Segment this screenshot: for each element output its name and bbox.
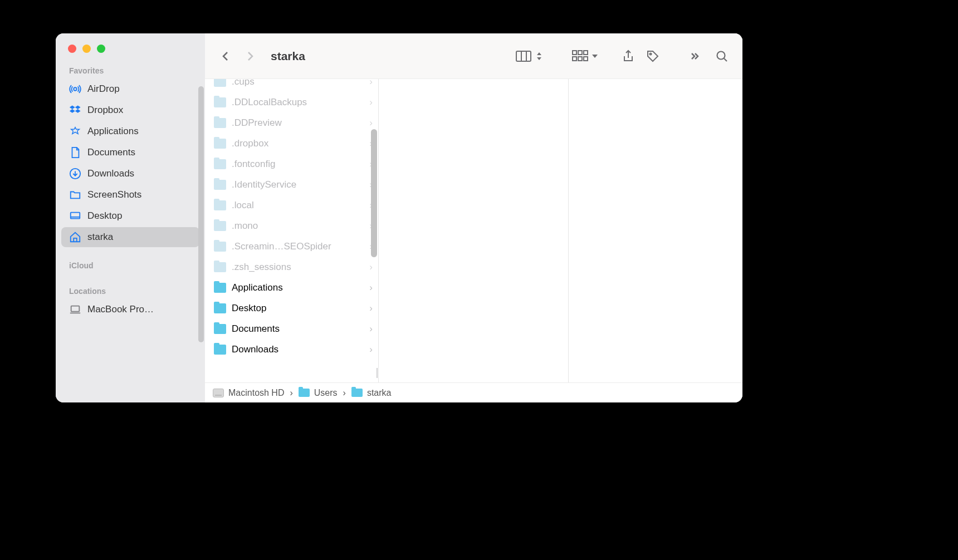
file-row[interactable]: .dropbox› bbox=[205, 133, 378, 154]
sidebar-section-favorites: Favorites bbox=[56, 66, 205, 75]
path-bar: Macintosh HD › Users › starka bbox=[205, 382, 742, 402]
laptop-icon bbox=[69, 303, 81, 316]
folder-icon bbox=[214, 139, 226, 149]
file-name: .Screamin…SEOSpider bbox=[232, 241, 364, 252]
svg-rect-2 bbox=[71, 213, 80, 219]
close-window-button[interactable] bbox=[68, 45, 76, 53]
sidebar-item-airdrop[interactable]: AirDrop bbox=[61, 79, 199, 99]
chevron-right-icon: › bbox=[369, 79, 373, 87]
finder-window: Favorites AirDrop Dropbox Applications D… bbox=[56, 33, 742, 402]
file-row[interactable]: Applications› bbox=[205, 277, 378, 298]
harddrive-icon bbox=[213, 389, 224, 397]
path-crumb-label: Users bbox=[314, 388, 338, 398]
file-name: .DDPreview bbox=[232, 117, 364, 129]
view-mode-button[interactable] bbox=[515, 50, 543, 63]
svg-rect-7 bbox=[584, 51, 588, 55]
zoom-window-button[interactable] bbox=[97, 45, 105, 53]
file-row[interactable]: Desktop› bbox=[205, 298, 378, 318]
chevron-right-icon: › bbox=[369, 97, 373, 108]
column-2[interactable] bbox=[379, 79, 569, 382]
folder-icon bbox=[214, 242, 226, 252]
sidebar: Favorites AirDrop Dropbox Applications D… bbox=[56, 33, 205, 402]
chevron-right-icon: › bbox=[369, 282, 373, 293]
sidebar-item-label: Documents bbox=[87, 147, 135, 158]
downloads-icon bbox=[69, 168, 81, 180]
folder-icon bbox=[214, 303, 226, 313]
back-button[interactable] bbox=[215, 45, 236, 67]
chevron-right-icon: › bbox=[369, 323, 373, 335]
desktop-icon bbox=[69, 210, 81, 222]
sidebar-section-icloud: iCloud bbox=[56, 261, 205, 270]
path-crumb-root[interactable]: Macintosh HD bbox=[213, 388, 284, 398]
sidebar-item-label: Applications bbox=[87, 126, 139, 137]
file-row[interactable]: .DDLocalBackups› bbox=[205, 92, 378, 112]
svg-rect-3 bbox=[71, 306, 80, 312]
document-icon bbox=[69, 146, 81, 159]
sidebar-item-downloads[interactable]: Downloads bbox=[61, 164, 199, 184]
file-name: .dropbox bbox=[232, 138, 364, 149]
svg-point-11 bbox=[650, 53, 652, 55]
window-controls bbox=[56, 33, 205, 53]
chevron-right-icon: › bbox=[369, 344, 373, 355]
sidebar-item-screenshots[interactable]: ScreenShots bbox=[61, 185, 199, 205]
file-name: Applications bbox=[232, 282, 364, 293]
file-row[interactable]: .IdentityService› bbox=[205, 174, 378, 195]
file-row[interactable]: .cups› bbox=[205, 79, 378, 92]
chevron-right-icon: › bbox=[290, 388, 292, 398]
folder-icon bbox=[214, 159, 226, 169]
tags-button[interactable] bbox=[642, 45, 663, 67]
search-button[interactable] bbox=[711, 45, 732, 67]
chevron-right-icon: › bbox=[369, 262, 373, 273]
svg-rect-8 bbox=[573, 57, 576, 61]
sidebar-item-home[interactable]: starka bbox=[61, 227, 199, 247]
sidebar-scrollbar[interactable] bbox=[198, 86, 204, 342]
share-button[interactable] bbox=[618, 45, 639, 67]
sidebar-item-desktop[interactable]: Desktop bbox=[61, 206, 199, 226]
forward-button[interactable] bbox=[240, 45, 261, 67]
file-row[interactable]: .local› bbox=[205, 195, 378, 215]
folder-icon bbox=[214, 283, 226, 293]
main-area: starka .cups›.DDLocalBackups›.DDPreview›… bbox=[205, 33, 742, 402]
column-scrollbar[interactable] bbox=[371, 129, 377, 257]
sidebar-item-documents[interactable]: Documents bbox=[61, 143, 199, 163]
sidebar-item-dropbox[interactable]: Dropbox bbox=[61, 100, 199, 120]
folder-icon bbox=[214, 262, 226, 272]
path-crumb-label: starka bbox=[367, 388, 392, 398]
file-row[interactable]: Documents› bbox=[205, 318, 378, 339]
sidebar-item-applications[interactable]: Applications bbox=[61, 121, 199, 141]
file-row[interactable]: .zsh_sessions› bbox=[205, 257, 378, 277]
group-button[interactable] bbox=[572, 50, 599, 62]
file-name: .mono bbox=[232, 220, 364, 232]
folder-icon bbox=[299, 389, 310, 397]
home-icon bbox=[69, 231, 81, 243]
dropbox-icon bbox=[69, 104, 81, 116]
path-crumb-label: Macintosh HD bbox=[228, 388, 284, 398]
window-title: starka bbox=[271, 50, 305, 63]
more-toolbar-button[interactable] bbox=[687, 45, 708, 67]
file-name: Downloads bbox=[232, 344, 364, 355]
svg-point-0 bbox=[74, 87, 77, 91]
svg-rect-10 bbox=[584, 57, 588, 61]
svg-rect-5 bbox=[573, 51, 576, 55]
sidebar-item-label: Downloads bbox=[87, 168, 134, 179]
file-row[interactable]: .mono› bbox=[205, 215, 378, 236]
folder-icon bbox=[214, 324, 226, 334]
file-row[interactable]: Downloads› bbox=[205, 339, 378, 360]
folder-icon bbox=[351, 389, 363, 397]
sidebar-item-label: Desktop bbox=[87, 210, 122, 222]
path-crumb-users[interactable]: Users bbox=[299, 388, 338, 398]
sidebar-item-macbook[interactable]: MacBook Pro… bbox=[61, 299, 199, 320]
column-1[interactable]: .cups›.DDLocalBackups›.DDPreview›.dropbo… bbox=[205, 79, 379, 382]
file-name: .zsh_sessions bbox=[232, 262, 364, 273]
sidebar-item-label: MacBook Pro… bbox=[87, 304, 154, 315]
file-row[interactable]: .fontconfig› bbox=[205, 154, 378, 174]
folder-icon bbox=[214, 180, 226, 190]
sidebar-item-label: AirDrop bbox=[87, 83, 120, 95]
file-row[interactable]: .Screamin…SEOSpider› bbox=[205, 236, 378, 257]
minimize-window-button[interactable] bbox=[82, 45, 91, 53]
column-resize-handle[interactable] bbox=[373, 368, 379, 378]
column-3 bbox=[569, 79, 742, 382]
file-name: .fontconfig bbox=[232, 159, 364, 170]
file-row[interactable]: .DDPreview› bbox=[205, 112, 378, 133]
path-crumb-current[interactable]: starka bbox=[351, 388, 392, 398]
